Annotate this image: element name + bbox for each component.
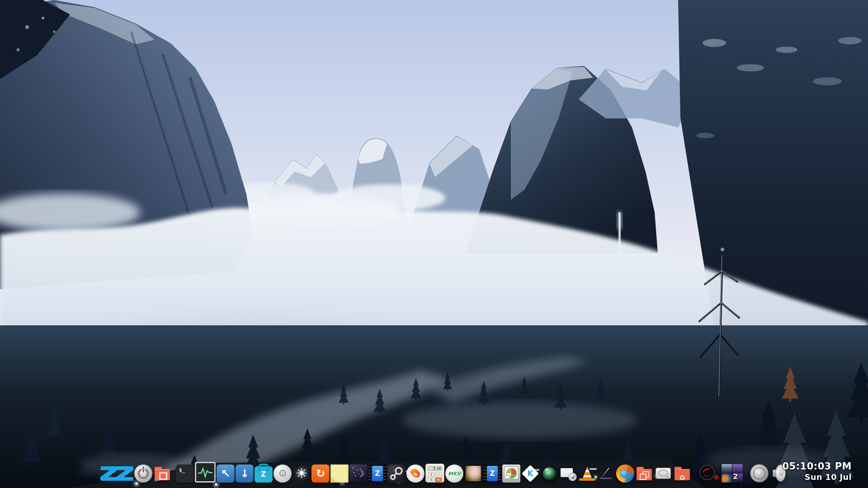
image-viewer-icon[interactable] [464, 465, 482, 483]
note-fold [330, 476, 337, 483]
clock-applet[interactable]: 05:10:03 PM Sun 10 Jul [782, 461, 852, 482]
disc-burner-flame-icon[interactable] [406, 465, 425, 483]
steam-icon[interactable] [387, 465, 406, 483]
monitor-trace [196, 463, 214, 481]
software-store-icon[interactable]: Z [255, 466, 273, 483]
files-folder-icon[interactable] [153, 465, 171, 483]
terminal-icon[interactable]: $_ [176, 465, 194, 483]
pictures-folder-icon[interactable] [635, 465, 653, 483]
video-player-icon-glyph: Z [368, 465, 387, 483]
brightness-icon-glyph: ☀ [292, 465, 311, 483]
drive-notch [666, 476, 669, 478]
tray-emblem-icon[interactable] [699, 465, 715, 480]
settings-gear-icon-glyph: ⚙ [274, 465, 292, 483]
power-line [142, 466, 144, 473]
home-folder-icon[interactable]: ⌂ [673, 465, 691, 483]
camera-lens-icon[interactable] [540, 465, 558, 483]
workspace-thumb [732, 464, 743, 473]
mkv-toolnix-icon[interactable]: MKV [445, 465, 463, 483]
stellarium-icon-glyph: ☽ [349, 465, 368, 483]
mkv-toolnix-icon-glyph: MKV [445, 465, 463, 483]
clock-time: 05:10:03 PM [782, 461, 852, 473]
sticky-notes-icon[interactable] [330, 465, 349, 483]
mail-schedule-icon[interactable] [559, 465, 577, 483]
brightness-icon[interactable]: ☀ [292, 465, 311, 483]
dock: $_↖↓Z⚙☀↻☽Z3.14+−×=MKVZK⌂2 [100, 462, 788, 483]
video-player-icon-2[interactable]: Z [483, 465, 501, 483]
kodi-icon[interactable]: K [521, 465, 539, 483]
faint-jet-silhouette-icon[interactable] [597, 465, 615, 483]
desktop: $_↖↓Z⚙☀↻☽Z3.14+−×=MKVZK⌂2 05:10:03 PM Su… [0, 0, 868, 488]
drive-platter [658, 469, 668, 476]
globe [620, 469, 629, 478]
calc-keys: +−×= [428, 472, 442, 480]
clock-hand [571, 477, 573, 479]
jet-base [600, 478, 612, 479]
cursor-settings-icon[interactable]: ↖ [217, 465, 235, 483]
downloads-icon[interactable]: ↓ [236, 465, 254, 483]
calc-key: − [435, 472, 442, 477]
kodi-icon-glyph: K [521, 465, 539, 483]
cone-body [581, 466, 594, 479]
software-updater-icon[interactable]: ↻ [311, 465, 330, 483]
photo-thumbnail [466, 466, 481, 481]
media-display-icon[interactable] [502, 465, 520, 483]
desktop-wallpaper [0, 0, 868, 488]
terminal-icon-glyph: $_ [176, 465, 194, 483]
downloads-icon-glyph: ↓ [236, 465, 254, 483]
workspace-thumb [722, 464, 732, 473]
zorin-menu-icon-2[interactable] [116, 466, 133, 481]
cursor-settings-icon-glyph: ↖ [217, 465, 235, 483]
workspace-switcher-icon-badge: 2 [733, 473, 738, 481]
tray-status-dot[interactable] [713, 474, 720, 481]
stellarium-icon[interactable]: ☽ [349, 465, 368, 483]
home-folder-icon-glyph: ⌂ [673, 465, 691, 483]
workspace-switcher-icon[interactable]: 2 [722, 464, 743, 483]
folder-symbol [159, 472, 167, 480]
calc-display: 3.14 [428, 466, 442, 471]
software-store-icon-glyph: Z [255, 466, 273, 483]
calc-key: × [428, 478, 434, 482]
folder-symbol-front [640, 474, 646, 480]
workspace-thumb [722, 474, 732, 483]
settings-gear-icon[interactable]: ⚙ [274, 465, 292, 483]
vlc-icon[interactable] [578, 465, 596, 483]
mini-clock [568, 473, 577, 481]
power-icon[interactable] [134, 465, 152, 483]
calc-key: = [435, 478, 442, 482]
clock-date: Sun 10 Jul [782, 473, 852, 482]
zorin-menu-icon[interactable] [100, 466, 118, 481]
calculator-icon[interactable]: 3.14+−×= [425, 464, 444, 483]
tv-detail [505, 475, 509, 479]
system-monitor-icon[interactable] [195, 462, 216, 483]
video-player-icon-2-glyph: Z [483, 465, 501, 483]
harddrive-icon[interactable] [654, 465, 672, 483]
jet-streak [601, 468, 609, 478]
firefox-icon[interactable] [616, 465, 634, 483]
speaker-front-icon[interactable] [749, 463, 769, 483]
calc-key: + [428, 472, 434, 477]
software-updater-icon-glyph: ↻ [311, 465, 330, 483]
video-player-icon[interactable]: Z [368, 465, 387, 483]
steam-logo [387, 465, 406, 483]
